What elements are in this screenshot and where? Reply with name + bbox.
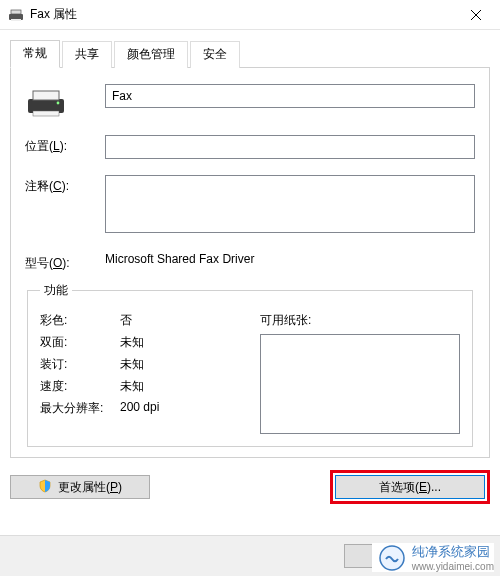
fax-icon bbox=[8, 7, 24, 23]
comment-row: 注释(C): bbox=[25, 175, 475, 236]
titlebar: Fax 属性 bbox=[0, 0, 500, 30]
tab-panel-general: 位置(L): 注释(C): 型号(O): Microsoft Shared Fa… bbox=[10, 67, 490, 458]
svg-rect-7 bbox=[33, 111, 59, 116]
printer-name-row bbox=[25, 84, 475, 119]
window-title: Fax 属性 bbox=[30, 6, 454, 23]
features-group: 功能 彩色: 否 双面: 未知 装订: 未知 速度: 未知 bbox=[27, 282, 473, 447]
printer-name-input[interactable] bbox=[105, 84, 475, 108]
close-button[interactable] bbox=[454, 0, 498, 30]
svg-point-8 bbox=[57, 102, 60, 105]
comment-input[interactable] bbox=[105, 175, 475, 233]
printer-icon-cell bbox=[25, 84, 105, 119]
tab-strip: 常规 共享 颜色管理 安全 bbox=[0, 30, 500, 68]
paper-label: 可用纸张: bbox=[260, 312, 460, 329]
ok-button[interactable]: 确定 bbox=[344, 544, 424, 568]
svg-rect-6 bbox=[33, 91, 59, 100]
paper-listbox[interactable] bbox=[260, 334, 460, 434]
svg-rect-2 bbox=[11, 19, 21, 21]
close-icon bbox=[471, 10, 481, 20]
svg-rect-1 bbox=[11, 10, 21, 14]
feature-staple: 装订: 未知 bbox=[40, 356, 240, 373]
location-label: 位置(L): bbox=[25, 135, 105, 155]
feature-speed: 速度: 未知 bbox=[40, 378, 240, 395]
shield-icon bbox=[38, 479, 52, 496]
cancel-button[interactable]: 取消 bbox=[432, 544, 490, 568]
model-label: 型号(O): bbox=[25, 252, 105, 272]
tab-sharing[interactable]: 共享 bbox=[62, 41, 112, 68]
fax-icon bbox=[25, 87, 105, 119]
tab-security[interactable]: 安全 bbox=[190, 41, 240, 68]
feature-duplex: 双面: 未知 bbox=[40, 334, 240, 351]
tab-general[interactable]: 常规 bbox=[10, 40, 60, 68]
features-legend: 功能 bbox=[40, 282, 72, 299]
dialog-footer: 确定 取消 bbox=[0, 535, 500, 576]
preferences-highlight: 首选项(E)... bbox=[330, 470, 490, 504]
feature-maxres: 最大分辨率: 200 dpi bbox=[40, 400, 240, 417]
tab-color[interactable]: 颜色管理 bbox=[114, 41, 188, 68]
button-row: 更改属性(P) 首选项(E)... bbox=[0, 462, 500, 508]
feature-color: 彩色: 否 bbox=[40, 312, 240, 329]
location-row: 位置(L): bbox=[25, 135, 475, 159]
change-properties-button[interactable]: 更改属性(P) bbox=[10, 475, 150, 499]
preferences-button[interactable]: 首选项(E)... bbox=[335, 475, 485, 499]
location-input[interactable] bbox=[105, 135, 475, 159]
model-row: 型号(O): Microsoft Shared Fax Driver bbox=[25, 252, 475, 272]
comment-label: 注释(C): bbox=[25, 175, 105, 195]
model-value: Microsoft Shared Fax Driver bbox=[105, 252, 475, 266]
